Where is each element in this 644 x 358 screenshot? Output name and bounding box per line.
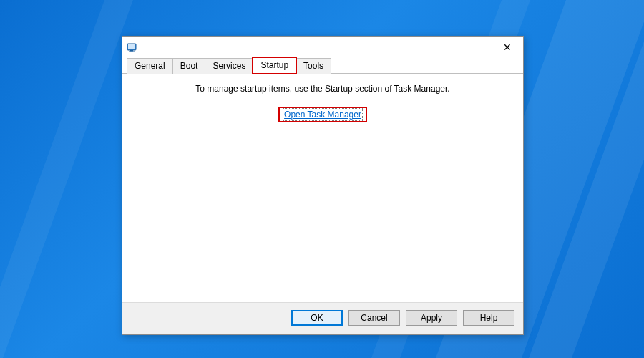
dialog-button-row: OK Cancel Apply Help (122, 302, 523, 334)
startup-tab-panel: To manage startup items, use the Startup… (122, 74, 523, 302)
help-button[interactable]: Help (463, 310, 514, 326)
msconfig-icon (127, 42, 138, 53)
svg-rect-1 (128, 44, 135, 49)
tab-services[interactable]: Services (205, 58, 253, 74)
apply-button[interactable]: Apply (406, 310, 457, 326)
svg-rect-3 (129, 52, 135, 52)
tab-general[interactable]: General (127, 58, 173, 74)
cancel-button[interactable]: Cancel (348, 310, 400, 326)
ok-button[interactable]: OK (291, 310, 343, 326)
open-task-manager-highlight: Open Task Manager (278, 107, 367, 122)
close-icon: ✕ (503, 42, 512, 53)
tab-startup[interactable]: Startup (253, 57, 296, 74)
title-bar: ✕ (122, 37, 523, 58)
tab-tools[interactable]: Tools (296, 58, 331, 74)
tab-strip: General Boot Services Startup Tools (122, 58, 523, 74)
startup-instruction-text: To manage startup items, use the Startup… (195, 84, 449, 94)
tab-boot[interactable]: Boot (172, 58, 206, 74)
svg-rect-2 (130, 50, 133, 52)
msconfig-window: ✕ General Boot Services Startup Tools To… (122, 36, 524, 335)
window-close-button[interactable]: ✕ (491, 37, 523, 58)
desktop-background: ✕ General Boot Services Startup Tools To… (0, 0, 644, 358)
open-task-manager-link[interactable]: Open Task Manager (284, 110, 361, 120)
